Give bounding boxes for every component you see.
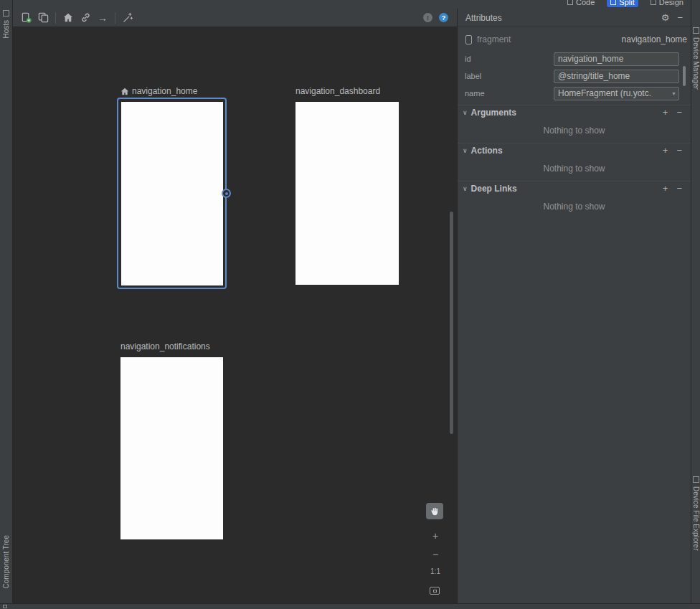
component-type: fragment xyxy=(477,34,511,44)
component-summary-row: fragment navigation_home xyxy=(458,32,691,47)
chevron-down-icon: ▼ xyxy=(671,91,676,96)
hide-panel-icon[interactable]: − xyxy=(677,12,683,23)
issues-icon[interactable]: ! xyxy=(423,13,432,22)
action-arrow-icon: → xyxy=(98,12,108,24)
tab-split[interactable]: Split xyxy=(607,0,638,7)
hand-icon xyxy=(430,506,440,516)
chevron-down-icon: ∨ xyxy=(463,109,468,116)
link-icon xyxy=(80,12,91,23)
fragment-home-label: navigation_home xyxy=(120,86,197,96)
add-destination-button[interactable] xyxy=(17,10,34,26)
actions-empty-text: Nothing to show xyxy=(458,164,691,174)
device-file-explorer-icon xyxy=(693,476,699,483)
canvas-scrollbar[interactable] xyxy=(450,212,453,434)
fragment-notifications-label: navigation_notifications xyxy=(120,341,210,351)
home-icon xyxy=(63,13,73,22)
tab-design-label: Design xyxy=(659,0,684,6)
toolwindow-component-tree[interactable]: Component Tree xyxy=(2,535,10,589)
component-id: navigation_home xyxy=(622,34,687,44)
fragment-home-preview[interactable] xyxy=(121,102,223,285)
pan-tool-button[interactable] xyxy=(426,503,443,519)
chevron-down-icon: ∨ xyxy=(463,147,468,154)
navigation-editor-window: Code Split Design Hosts Component Tree D… xyxy=(0,0,700,609)
toolwindow-device-manager[interactable]: Device Manager xyxy=(692,37,700,90)
split-icon xyxy=(610,0,616,5)
zoom-to-fit-button[interactable] xyxy=(430,587,440,595)
name-field-row: name HomeFragment (ru.yotc. ▼ xyxy=(458,85,691,102)
design-toolbar: → ! ? xyxy=(13,9,457,27)
hosts-icon xyxy=(3,10,9,16)
id-field-row: id xyxy=(458,50,691,67)
tab-code[interactable]: Code xyxy=(564,0,598,7)
assign-start-destination-button[interactable] xyxy=(60,10,77,26)
zoom-out-button[interactable]: − xyxy=(428,548,443,561)
zoom-in-button[interactable]: + xyxy=(428,529,443,542)
toolbar-separator xyxy=(115,12,115,24)
design-icon xyxy=(651,0,656,5)
fragment-dashboard-label: navigation_dashboard xyxy=(295,86,380,96)
attributes-panel: Attributes ⚙ − fragment navigation_home … xyxy=(457,9,691,603)
deep-link-button[interactable] xyxy=(77,10,94,26)
magic-wand-icon xyxy=(123,12,133,23)
label-field-label: label xyxy=(465,72,481,80)
actions-section: ∨ Actions + − Nothing to show xyxy=(458,143,691,174)
code-icon xyxy=(567,0,573,5)
status-bar xyxy=(0,603,700,609)
navigation-canvas[interactable]: navigation_home navigation_dashboard nav… xyxy=(13,27,457,603)
add-destination-icon xyxy=(21,12,32,23)
add-action-icon[interactable]: + xyxy=(663,145,668,156)
left-toolwindow-strip: Hosts Component Tree xyxy=(0,0,13,609)
add-argument-icon[interactable]: + xyxy=(663,107,668,118)
fragment-notifications-preview[interactable] xyxy=(120,357,223,539)
tab-code-label: Code xyxy=(576,0,595,6)
right-toolwindow-strip: Device Manager Device File Explorer xyxy=(691,0,700,609)
deep-links-section-header[interactable]: ∨ Deep Links + − xyxy=(458,181,691,195)
start-destination-home-icon xyxy=(120,88,129,95)
add-deep-link-icon[interactable]: + xyxy=(663,183,668,194)
attributes-header: Attributes ⚙ − xyxy=(458,9,691,27)
nested-graph-icon xyxy=(38,12,49,23)
view-mode-bar: Code Split Design xyxy=(0,0,700,9)
id-field-input[interactable] xyxy=(554,52,679,66)
attributes-scrollbar-thumb[interactable] xyxy=(683,66,686,86)
name-field-dropdown[interactable]: HomeFragment (ru.yotc. ▼ xyxy=(554,87,679,100)
gear-icon[interactable]: ⚙ xyxy=(661,12,670,23)
chevron-down-icon: ∨ xyxy=(463,185,468,192)
arguments-section: ∨ Arguments + − Nothing to show xyxy=(458,105,691,136)
remove-argument-icon[interactable]: − xyxy=(676,107,682,118)
attributes-title: Attributes xyxy=(465,13,502,23)
tab-design[interactable]: Design xyxy=(647,0,687,7)
fit-screen-icon xyxy=(433,590,437,593)
fragment-dashboard-preview[interactable] xyxy=(295,102,399,285)
nested-graph-button[interactable] xyxy=(34,10,52,26)
tab-split-label: Split xyxy=(619,0,634,6)
fragment-icon xyxy=(465,35,472,44)
deep-links-section: ∨ Deep Links + − Nothing to show xyxy=(458,181,691,212)
arguments-empty-text: Nothing to show xyxy=(458,126,691,136)
device-manager-icon xyxy=(693,27,699,34)
remove-deep-link-icon[interactable]: − xyxy=(676,183,682,194)
remove-action-icon[interactable]: − xyxy=(676,145,682,156)
fragment-home-action-handle[interactable] xyxy=(222,189,231,198)
name-field-label: name xyxy=(465,89,485,98)
add-action-button[interactable]: → xyxy=(94,10,111,26)
deep-links-empty-text: Nothing to show xyxy=(458,202,691,212)
label-field-row: label xyxy=(458,67,691,85)
label-field-input[interactable] xyxy=(554,70,679,83)
id-field-label: id xyxy=(465,55,471,63)
toolwindow-device-file-explorer[interactable]: Device File Explorer xyxy=(692,486,700,550)
help-icon[interactable]: ? xyxy=(439,13,448,22)
actions-section-header[interactable]: ∨ Actions + − xyxy=(458,143,691,157)
auto-arrange-button[interactable] xyxy=(119,10,136,26)
zoom-level-label[interactable]: 1:1 xyxy=(428,567,443,575)
component-tree-icon xyxy=(3,605,7,608)
toolbar-separator xyxy=(55,12,56,24)
arguments-section-header[interactable]: ∨ Arguments + − xyxy=(458,105,691,119)
toolwindow-hosts[interactable]: Hosts xyxy=(2,20,10,39)
